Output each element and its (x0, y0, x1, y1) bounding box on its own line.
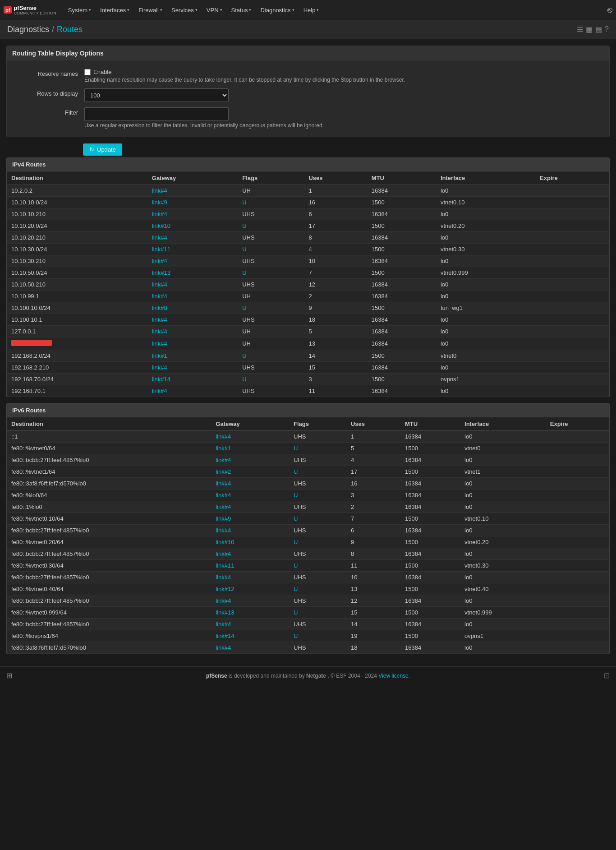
gateway-link[interactable]: link#4 (152, 211, 167, 217)
gateway-link[interactable]: link#4 (152, 187, 167, 194)
gateway-link[interactable]: link#10 (152, 222, 170, 229)
gateway-link[interactable]: link#4 (152, 234, 167, 241)
footer-left-icon[interactable]: ⊞ (6, 671, 12, 680)
signout-icon[interactable]: ⎋ (607, 5, 612, 15)
cell-expire (546, 454, 610, 466)
ipv6-col-flags: Flags (289, 417, 346, 431)
gateway-link[interactable]: link#10 (216, 539, 234, 545)
gateway-link[interactable]: link#9 (152, 199, 167, 206)
nav-item-diagnostics[interactable]: Diagnostics ▾ (256, 0, 299, 20)
gateway-link[interactable]: link#12 (216, 586, 234, 592)
gateway-link[interactable]: link#4 (216, 492, 231, 499)
gateway-link[interactable]: link#4 (152, 364, 167, 371)
cell-flags: U (289, 583, 346, 595)
nav-item-interfaces[interactable]: Interfaces ▾ (96, 0, 134, 20)
update-button[interactable]: ↻ Update (83, 143, 122, 156)
table-row: 10.10.20.210 link#4 UHS 8 16384 lo0 (7, 232, 610, 244)
table-row: fe80::%vtnet0.20/64 link#10 U 9 1500 vtn… (7, 536, 610, 548)
table-row: 10.10.99.1 link#4 UH 2 16384 lo0 (7, 291, 610, 302)
cell-uses: 7 (304, 267, 367, 279)
breadcrumb-separator: / (52, 25, 54, 34)
cell-uses: 13 (346, 583, 400, 595)
table-row: 192.168.70.1 link#4 UHS 11 16384 lo0 (7, 385, 610, 397)
cell-expire (535, 374, 609, 385)
gateway-link[interactable]: link#4 (216, 621, 231, 628)
gateway-link[interactable]: link#4 (152, 328, 167, 335)
gateway-link[interactable]: link#4 (216, 527, 231, 534)
gateway-link[interactable]: link#14 (216, 633, 234, 639)
table-row: 10.10.30.210 link#4 UHS 10 16384 lo0 (7, 255, 610, 267)
cell-gateway: link#4 (147, 208, 238, 220)
gateway-link[interactable]: link#4 (216, 480, 231, 487)
filter-label: Filter (12, 107, 84, 116)
table-row: fe80::bcbb:27ff:feef:4857%lo0 link#4 UHS… (7, 595, 610, 607)
ipv6-col-mtu: MTU (400, 417, 460, 431)
cell-flags: UHS (238, 385, 304, 397)
cell-uses: 2 (346, 501, 400, 513)
cell-mtu: 16384 (367, 314, 436, 326)
cell-uses: 8 (304, 232, 367, 244)
gateway-link[interactable]: link#8 (152, 305, 167, 311)
gateway-link[interactable]: link#4 (216, 504, 231, 510)
filter-row: Filter Use a regular expression to filte… (12, 105, 604, 131)
resolve-names-checkbox[interactable] (84, 69, 91, 75)
cell-destination: 10.10.99.1 (7, 291, 147, 302)
gateway-link[interactable]: link#11 (152, 246, 170, 253)
cell-expire (535, 208, 609, 220)
gateway-link[interactable]: link#4 (152, 340, 167, 347)
cell-flags: U (289, 560, 346, 572)
gateway-link[interactable]: link#4 (152, 293, 167, 300)
gateway-link[interactable]: link#4 (216, 574, 231, 581)
footer-license-link[interactable]: View license. (378, 673, 410, 679)
filter-input[interactable] (84, 107, 229, 121)
cell-flags: UH (238, 326, 304, 337)
cell-flags: UHS (238, 255, 304, 267)
gateway-link[interactable]: link#4 (152, 258, 167, 264)
resolve-names-help: Enabling name resolution may cause the q… (84, 77, 604, 83)
list-icon[interactable]: ☰ (577, 25, 583, 34)
bar-chart-icon[interactable]: ▦ (586, 25, 593, 34)
breadcrumb-parent[interactable]: Diagnostics (7, 25, 49, 34)
gateway-link[interactable]: link#1 (216, 445, 231, 452)
cell-mtu: 1500 (400, 536, 460, 548)
cell-interface: lo0 (460, 431, 546, 443)
table-icon[interactable]: ▤ (595, 25, 602, 34)
flags-value: U (242, 376, 246, 383)
gateway-link[interactable]: link#4 (216, 550, 231, 557)
gateway-link[interactable]: link#2 (216, 468, 231, 475)
gateway-link[interactable]: link#4 (152, 316, 167, 323)
cell-flags: UHS (289, 525, 346, 536)
gateway-link[interactable]: link#4 (152, 281, 167, 288)
gateway-link[interactable]: link#4 (216, 457, 231, 463)
cell-flags: U (289, 536, 346, 548)
gateway-link[interactable]: link#14 (152, 376, 170, 383)
nav-item-help[interactable]: Help ▾ (299, 0, 324, 20)
gateway-link[interactable]: link#9 (216, 515, 231, 522)
gateway-link[interactable]: link#13 (152, 269, 170, 276)
nav-item-firewall[interactable]: Firewall ▾ (134, 0, 167, 20)
cell-gateway: link#4 (147, 279, 238, 291)
cell-flags: UHS (289, 548, 346, 560)
help-icon[interactable]: ? (605, 25, 609, 34)
gateway-link[interactable]: link#11 (216, 562, 234, 569)
gateway-link[interactable]: link#4 (216, 597, 231, 604)
rows-to-display-select[interactable]: 100 50 25 10 (84, 88, 229, 102)
nav-item-vpn[interactable]: VPN ▾ (202, 0, 227, 20)
ipv4-routes-thead: Destination Gateway Flags Uses MTU Inter… (7, 171, 610, 185)
cell-mtu: 16384 (400, 642, 460, 654)
flags-value: U (242, 352, 246, 359)
gateway-link[interactable]: link#13 (216, 609, 234, 616)
nav-item-system[interactable]: System ▾ (64, 0, 96, 20)
gateway-link[interactable]: link#4 (152, 388, 167, 394)
cell-interface: vtnet0.20 (436, 220, 535, 232)
table-row: fe80::3af8:f6ff:fef7:d570%lo0 link#4 UHS… (7, 478, 610, 490)
nav-item-status[interactable]: Status ▾ (227, 0, 256, 20)
gateway-link[interactable]: link#4 (216, 644, 231, 651)
footer-right-icon[interactable]: ⊡ (604, 671, 610, 680)
nav-right: ⎋ (607, 5, 612, 15)
cell-flags: U (238, 350, 304, 362)
logo[interactable]: pf pfSense COMMUNITY EDITION (4, 5, 56, 16)
gateway-link[interactable]: link#1 (152, 352, 167, 359)
gateway-link[interactable]: link#4 (216, 433, 231, 440)
nav-item-services[interactable]: Services ▾ (167, 0, 202, 20)
